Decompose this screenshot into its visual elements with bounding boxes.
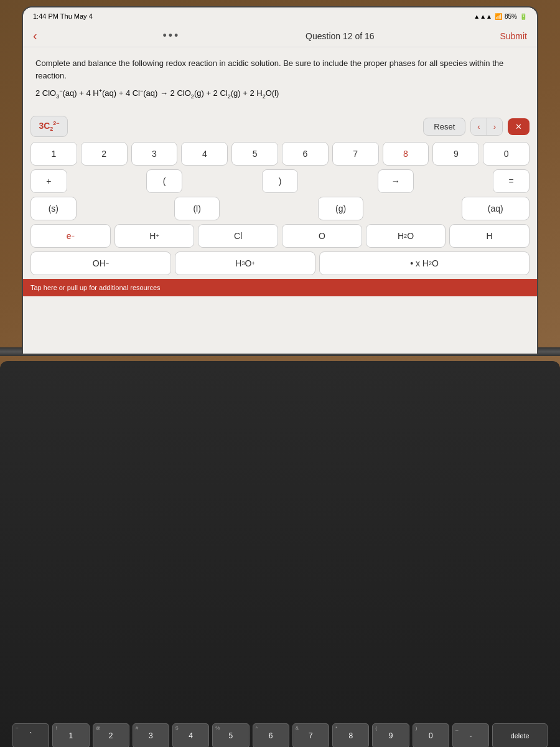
key-minus[interactable]: _ - — [452, 723, 489, 747]
elements-row: e− H+ Cl O H2O H — [30, 224, 530, 248]
key-0-label: 0 — [429, 731, 433, 740]
battery-display: 85% — [505, 13, 517, 20]
key-num-7[interactable]: & 7 — [292, 723, 329, 747]
key-num-4[interactable]: $ 4 — [172, 723, 209, 747]
key-liquid[interactable]: (l) — [174, 197, 220, 220]
compounds-row: OH− H3O+ • x H2O — [30, 251, 530, 275]
content-area: Complete and balance the following redox… — [23, 47, 537, 112]
time-display: 1:44 PM Thu May 4 — [33, 12, 93, 20]
status-bar: 1:44 PM Thu May 4 ▲▲▲ 📶 85% 🔋 — [23, 7, 537, 25]
wifi-icon: 📶 — [495, 13, 502, 20]
key-electron[interactable]: e− — [30, 224, 111, 248]
info-bar-text: Tap here or pull up for additional resou… — [30, 284, 161, 291]
key-exclaim-label: ! — [55, 725, 57, 731]
key-lparen-label: ( — [375, 725, 377, 731]
chem-keyboard: 3C22− Reset ‹ › ✕ 1 2 3 4 5 6 — [23, 112, 537, 275]
key-h3o[interactable]: H3O+ — [175, 251, 315, 275]
back-button[interactable]: ‹ — [33, 29, 37, 43]
key-9[interactable]: 9 — [432, 142, 479, 166]
status-right: ▲▲▲ 📶 85% 🔋 — [474, 13, 527, 20]
key-9-label: 9 — [389, 731, 393, 740]
equation-display: 2 ClO3−(aq) + 4 H+(aq) + 4 Cl−(aq) → 2 C… — [35, 87, 525, 101]
delete-keyboard-key[interactable]: delete — [492, 723, 548, 747]
key-o[interactable]: O — [282, 224, 362, 248]
key-hplus[interactable]: H+ — [114, 224, 195, 248]
key-open-paren[interactable]: ( — [146, 169, 183, 193]
key-backtick-label: ` — [30, 731, 32, 740]
key-aqueous[interactable]: (aq) — [462, 197, 530, 220]
key-5-label: 5 — [229, 731, 233, 740]
key-h2o[interactable]: H2O — [366, 224, 446, 248]
key-2[interactable]: 2 — [81, 142, 128, 166]
key-underscore-label: _ — [455, 725, 458, 731]
key-3[interactable]: 3 — [131, 142, 178, 166]
nav-right-button[interactable]: › — [487, 118, 502, 135]
keyboard-base: ~ ` ! 1 @ 2 # 3 $ 4 % 5 — [0, 361, 560, 747]
key-amp-label: & — [296, 725, 299, 731]
keyboard-section: ~ ` ! 1 @ 2 # 3 $ 4 % 5 — [0, 716, 560, 747]
key-plus[interactable]: + — [30, 169, 67, 193]
key-xh2o[interactable]: • x H2O — [319, 251, 530, 275]
number-row: 1 2 3 4 5 6 7 8 9 0 — [30, 142, 530, 166]
key-gas[interactable]: (g) — [318, 197, 364, 220]
key-minus-label: - — [470, 731, 472, 740]
key-num-9[interactable]: ( 9 — [372, 723, 409, 747]
key-num-1[interactable]: ! 1 — [52, 723, 89, 747]
key-solid[interactable]: (s) — [30, 197, 77, 220]
key-backtick[interactable]: ~ ` — [12, 723, 49, 747]
key-at-label: @ — [96, 725, 101, 731]
signal-icon: ▲▲▲ — [474, 13, 492, 20]
nav-left-button[interactable]: ‹ — [471, 118, 487, 135]
key-oh[interactable]: OH− — [30, 251, 171, 275]
symbols-row: + ( ) → = — [30, 169, 530, 193]
info-bar[interactable]: Tap here or pull up for additional resou… — [23, 279, 537, 296]
key-star-label: * — [335, 725, 337, 731]
key-4[interactable]: 4 — [181, 142, 228, 166]
key-tilde-label: ~ — [16, 725, 19, 731]
ipad-screen: 1:44 PM Thu May 4 ▲▲▲ 📶 85% 🔋 ‹ ••• Ques… — [23, 7, 537, 354]
key-num-0[interactable]: ) 0 — [413, 723, 449, 747]
key-caret-label: ^ — [256, 725, 258, 731]
key-rparen-label: ) — [416, 725, 418, 731]
key-cl[interactable]: Cl — [198, 224, 278, 248]
key-2-label: 2 — [109, 731, 113, 740]
key-hash-label: # — [136, 725, 138, 731]
delete-key-label: delete — [511, 732, 530, 740]
key-percent-label: % — [215, 725, 220, 731]
key-7[interactable]: 7 — [332, 142, 379, 166]
key-num-2[interactable]: @ 2 — [93, 723, 129, 747]
key-num-3[interactable]: # 3 — [133, 723, 169, 747]
key-7-label: 7 — [309, 731, 313, 740]
key-8[interactable]: 8 — [383, 142, 429, 166]
key-num-5[interactable]: % 5 — [212, 723, 249, 747]
key-arrow[interactable]: → — [378, 169, 414, 193]
reset-button[interactable]: Reset — [423, 118, 465, 136]
key-3-label: 3 — [149, 731, 153, 740]
key-6[interactable]: 6 — [282, 142, 329, 166]
question-progress: Question 12 of 16 — [306, 31, 375, 41]
key-equals[interactable]: = — [493, 169, 530, 193]
key-num-8[interactable]: * 8 — [332, 723, 369, 747]
key-4-label: 4 — [189, 731, 193, 740]
delete-icon: ✕ — [515, 122, 522, 131]
phases-row: (s) (l) (g) (aq) — [30, 197, 530, 220]
key-h[interactable]: H — [449, 224, 530, 248]
question-text: Complete and balance the following redox… — [35, 57, 525, 82]
nav-bar: ‹ ••• Question 12 of 16 Submit — [23, 25, 537, 47]
key-0[interactable]: 0 — [483, 142, 530, 166]
key-6-label: 6 — [269, 731, 273, 740]
kb-label: 3C22− — [30, 116, 68, 136]
key-1[interactable]: 1 — [30, 142, 77, 166]
key-num-6[interactable]: ^ 6 — [253, 723, 289, 747]
delete-button[interactable]: ✕ — [508, 118, 530, 135]
battery-icon: 🔋 — [520, 13, 527, 20]
kb-top-row: 3C22− Reset ‹ › ✕ — [30, 116, 530, 136]
key-close-paren[interactable]: ) — [262, 169, 299, 193]
key-5[interactable]: 5 — [231, 142, 278, 166]
status-left: 1:44 PM Thu May 4 — [33, 12, 93, 20]
key-1-label: 1 — [69, 731, 73, 740]
key-8-label: 8 — [348, 731, 353, 740]
nav-dots: ••• — [162, 29, 180, 42]
keyboard-row-numbers: ~ ` ! 1 @ 2 # 3 $ 4 % 5 — [12, 723, 548, 747]
submit-button[interactable]: Submit — [500, 31, 527, 41]
